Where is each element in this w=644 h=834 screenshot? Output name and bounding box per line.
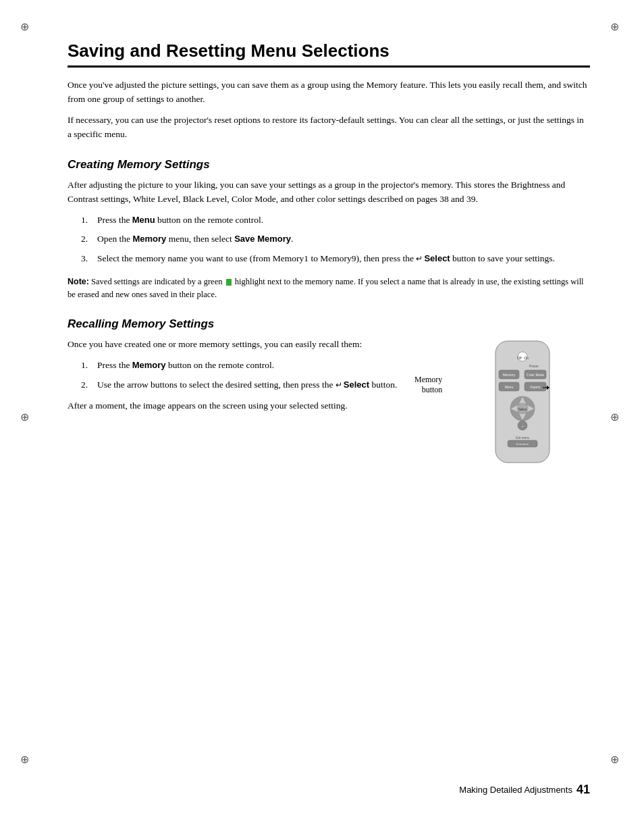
footer-page-number: 41	[576, 783, 590, 797]
green-indicator	[226, 279, 232, 286]
remote-control-svg: Off On Power Memory Color Mode Menu Aspe…	[455, 338, 590, 466]
recall-step-content-2: Use the arrow buttons to select the desi…	[97, 378, 441, 392]
select-enter-icon: ↵	[416, 253, 423, 265]
step-content-3: Select the memory name you want to use (…	[97, 252, 590, 266]
svg-text:↵: ↵	[522, 425, 524, 428]
svg-text:Aspect: Aspect	[530, 385, 541, 389]
svg-text:Memory: Memory	[503, 373, 516, 377]
recall-step-content-1: Press the Memory button on the remote co…	[97, 359, 441, 373]
footer-text: Making Detailed Adjustments	[459, 785, 572, 795]
svg-text:Exit menu: Exit menu	[516, 436, 530, 440]
recall-step-num-1: 1.	[81, 359, 97, 373]
select-button-label-2: Select	[344, 380, 369, 390]
step-content-1: Press the Menu button on the remote cont…	[97, 213, 590, 228]
memory-button-callout: Memorybutton	[414, 375, 442, 396]
recalling-heading: Recalling Memory Settings	[68, 317, 590, 331]
page-title: Saving and Resetting Menu Selections	[68, 41, 590, 61]
memory-button-label: Memory	[132, 360, 166, 370]
creating-step-3: 3. Select the memory name you want to us…	[81, 252, 590, 266]
corner-mark-ml	[20, 411, 34, 424]
remote-image-container: Memorybutton Off On Power	[455, 338, 590, 469]
creating-step-1: 1. Press the Menu button on the remote c…	[81, 213, 590, 228]
svg-text:On: On	[524, 356, 529, 360]
svg-marker-1	[547, 386, 549, 390]
step-num-2: 2.	[81, 232, 97, 246]
memory-arrow-icon	[543, 384, 549, 392]
remote-wrapper: Memorybutton Off On Power	[455, 338, 590, 469]
creating-intro: After adjusting the picture to your liki…	[68, 178, 590, 207]
creating-steps-list: 1. Press the Menu button on the remote c…	[81, 213, 590, 267]
intro-paragraph-2: If necessary, you can use the projector'…	[68, 113, 590, 142]
menu-button-label: Menu	[132, 215, 155, 225]
corner-mark-br	[610, 753, 624, 766]
corner-mark-mr	[610, 411, 624, 424]
save-memory-label: Save Memory	[234, 234, 291, 244]
note-box: Note: Saved settings are indicated by a …	[68, 276, 590, 301]
recalling-intro: Once you have created one or more memory…	[68, 338, 441, 352]
step-num-3: 3.	[81, 252, 97, 266]
corner-mark-bl	[20, 753, 34, 766]
svg-text:Color Mode: Color Mode	[527, 373, 544, 377]
select-enter-icon-2: ↵	[336, 379, 342, 392]
svg-text:Power: Power	[529, 364, 539, 368]
recall-step-num-2: 2.	[81, 378, 97, 392]
intro-paragraph-1: Once you've adjusted the picture setting…	[68, 78, 590, 107]
corner-mark-tr	[610, 20, 624, 34]
svg-text:Off: Off	[517, 356, 522, 360]
recalling-section: Once you have created one or more memory…	[68, 338, 590, 469]
creating-heading: Creating Memory Settings	[68, 158, 590, 172]
footer: Making Detailed Adjustments 41	[459, 783, 590, 797]
select-button-label-1: Select	[424, 253, 450, 263]
step-content-2: Open the Memory menu, then select Save M…	[97, 232, 590, 246]
corner-mark-tl	[20, 20, 34, 34]
svg-text:Select: Select	[518, 408, 527, 411]
svg-text:Menu: Menu	[505, 385, 514, 389]
creating-step-2: 2. Open the Memory menu, then select Sav…	[81, 232, 590, 246]
recalling-step-2: 2. Use the arrow buttons to select the d…	[81, 378, 441, 392]
memory-menu-label: Memory	[132, 234, 166, 244]
recalling-step-1: 1. Press the Memory button on the remote…	[81, 359, 441, 373]
note-label: Note:	[68, 277, 89, 286]
svg-text:Exit menu: Exit menu	[516, 442, 529, 446]
page: Saving and Resetting Menu Selections Onc…	[0, 0, 644, 834]
page-title-bar: Saving and Resetting Menu Selections	[68, 41, 590, 68]
recalling-after-text: After a moment, the image appears on the…	[68, 399, 441, 413]
recalling-text-area: Once you have created one or more memory…	[68, 338, 441, 469]
step-num-1: 1.	[81, 213, 97, 228]
recalling-steps-list: 1. Press the Memory button on the remote…	[81, 359, 441, 392]
